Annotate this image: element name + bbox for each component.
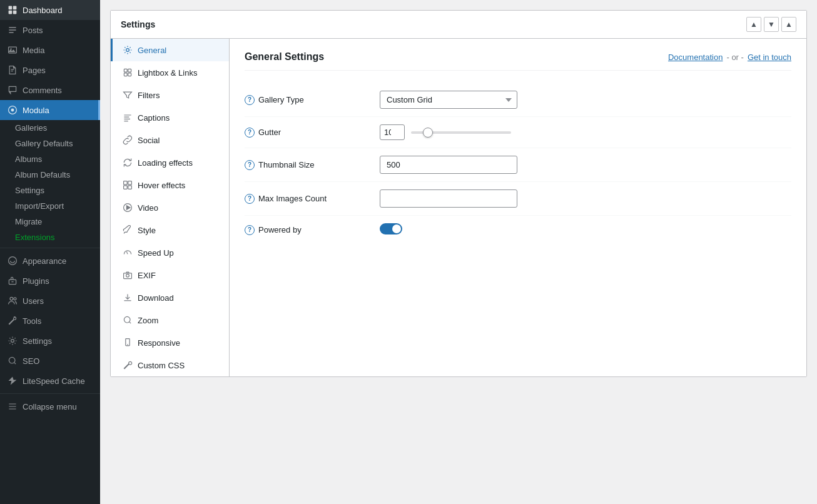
posts-icon [8,25,18,35]
nav-item-responsive[interactable]: Responsive [111,331,229,354]
gutter-label-area: ? Gutter [245,128,370,138]
sidebar-item-dashboard[interactable]: Dashboard [0,0,100,20]
nav-item-loading-effects[interactable]: Loading effects [111,151,229,174]
media-icon [8,45,18,55]
sidebar-item-litespeed[interactable]: LiteSpeed Cache [0,371,100,391]
gallery-type-help[interactable]: ? [245,95,255,105]
max-images-help[interactable]: ? [245,194,255,204]
svg-rect-16 [128,69,131,72]
sidebar-item-pages-label: Pages [23,66,46,75]
speedometer-icon [123,248,133,258]
thumbnail-size-label-area: ? Thumbnail Size [245,160,370,170]
header-up-button[interactable]: ▲ [746,17,761,32]
svg-rect-15 [124,69,127,72]
nav-item-social-label: Social [138,136,160,145]
gutter-help[interactable]: ? [245,128,255,138]
header-down-button[interactable]: ▼ [764,17,779,32]
nav-item-speed-up[interactable]: Speed Up [111,241,229,264]
form-row-thumbnail-size: ? Thumbnail Size [245,148,791,182]
dashboard-icon [8,5,18,15]
sidebar-item-plugins[interactable]: Plugins [0,271,100,291]
max-images-control [380,189,791,208]
nav-item-general[interactable]: General [111,39,229,61]
sidebar-item-settings[interactable]: Settings [0,331,100,351]
nav-item-speed-up-label: Speed Up [138,248,174,258]
svg-rect-22 [128,186,132,189]
captions-icon [123,113,133,123]
content-header: General Settings Documentation - or - Ge… [245,51,791,71]
settings-panel: Settings ▲ ▼ ▲ General Lightbox & Links [110,10,807,377]
sidebar-sub-gallery-defaults[interactable]: Gallery Defaults [0,136,100,151]
powered-by-label-area: ? Powered by [245,225,370,235]
sidebar-item-collapse[interactable]: Collapse menu [0,396,100,416]
grid-icon [123,68,133,78]
sidebar-item-tools-label: Tools [23,316,41,326]
gutter-slider-thumb[interactable] [423,128,433,138]
nav-item-video[interactable]: Video [111,196,229,219]
sidebar-item-media-label: Media [23,46,44,55]
sidebar: Dashboard Posts Media Pages Comments Mod… [0,0,100,504]
thumbnail-size-input[interactable] [380,156,517,174]
powered-by-toggle[interactable] [380,223,402,234]
sidebar-sub-import-export[interactable]: Import/Export [0,198,100,214]
nav-item-download[interactable]: Download [111,286,229,309]
sidebar-item-comments[interactable]: Comments [0,80,100,100]
collapse-icon [8,401,18,411]
svg-point-7 [11,109,14,112]
max-images-label-area: ? Max Images Count [245,194,370,204]
tools-icon [8,316,18,326]
svg-point-5 [10,48,11,49]
nav-item-exif[interactable]: EXIF [111,264,229,286]
gutter-slider[interactable] [411,131,511,134]
nav-item-filters[interactable]: Filters [111,84,229,106]
svg-rect-0 [9,6,13,10]
sidebar-sub-albums[interactable]: Albums [0,151,100,167]
svg-rect-19 [124,181,128,185]
gutter-control-area [380,124,791,140]
powered-by-help[interactable]: ? [245,225,255,235]
gallery-type-select[interactable]: Custom Grid Masonry Slider Grid [380,91,517,109]
camera-icon [123,270,133,280]
max-images-input[interactable] [380,189,517,208]
nav-item-lightbox[interactable]: Lightbox & Links [111,61,229,84]
sidebar-sub-galleries[interactable]: Galleries [0,120,100,136]
header-collapse-button[interactable]: ▲ [781,17,796,32]
form-row-gallery-type: ? Gallery Type Custom Grid Masonry Slide… [245,83,791,117]
documentation-link[interactable]: Documentation [668,53,723,62]
sidebar-item-settings2-label: Settings [23,336,52,346]
svg-point-10 [14,298,16,300]
hover-icon [123,180,133,190]
sidebar-item-users[interactable]: Users [0,291,100,311]
thumbnail-size-control [380,156,791,174]
sidebar-item-tools[interactable]: Tools [0,311,100,331]
header-controls: ▲ ▼ ▲ [746,17,796,32]
sidebar-item-posts[interactable]: Posts [0,20,100,40]
nav-item-zoom[interactable]: Zoom [111,309,229,331]
settings-panel-title: Settings [121,19,155,29]
svg-point-12 [9,357,15,363]
sidebar-item-modula[interactable]: Modula [0,100,100,120]
filter-icon [123,90,133,100]
nav-item-captions[interactable]: Captions [111,106,229,129]
sidebar-item-media[interactable]: Media [0,40,100,60]
nav-item-social[interactable]: Social [111,129,229,151]
nav-item-hover-effects[interactable]: Hover effects [111,174,229,196]
gutter-input[interactable] [380,124,405,140]
nav-item-style[interactable]: Style [111,219,229,241]
thumbnail-size-help[interactable]: ? [245,160,255,170]
settings-panel-header: Settings ▲ ▼ ▲ [111,11,806,39]
sidebar-sub-migrate[interactable]: Migrate [0,214,100,229]
main-content: Settings ▲ ▼ ▲ General Lightbox & Links [100,0,817,504]
sidebar-sub-extensions[interactable]: Extensions [0,229,100,245]
get-in-touch-link[interactable]: Get in touch [748,53,791,62]
svg-point-11 [11,340,14,343]
seo-icon [8,356,18,366]
sidebar-item-users-label: Users [23,296,44,306]
sidebar-sub-settings[interactable]: Settings [0,183,100,198]
sidebar-item-pages[interactable]: Pages [0,60,100,80]
sidebar-item-seo[interactable]: SEO [0,351,100,371]
svg-rect-1 [13,6,17,10]
sidebar-sub-album-defaults[interactable]: Album Defaults [0,167,100,183]
nav-item-custom-css[interactable]: Custom CSS [111,354,229,376]
sidebar-item-appearance[interactable]: Appearance [0,251,100,271]
